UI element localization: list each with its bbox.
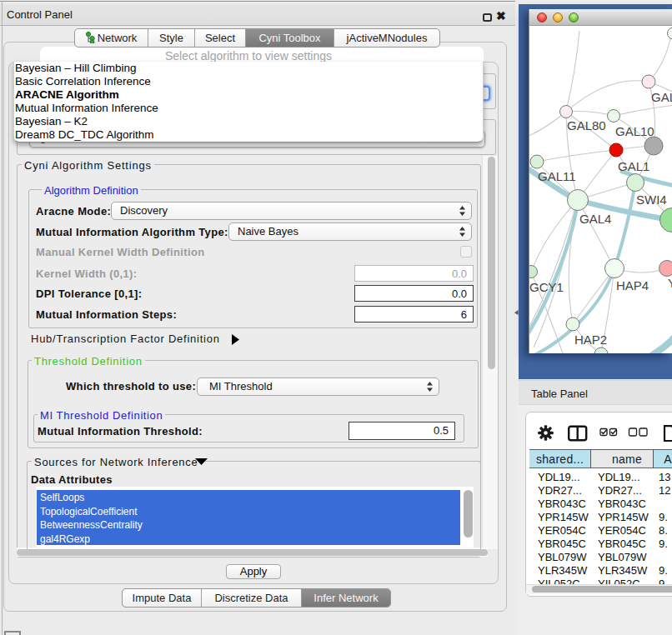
svg-text:SWI4: SWI4 bbox=[636, 192, 667, 207]
svg-text:GAL11: GAL11 bbox=[538, 169, 576, 183]
svg-text:GAL4: GAL4 bbox=[579, 212, 611, 226]
svg-text:HAP4: HAP4 bbox=[616, 278, 649, 292]
svg-text:GAL10: GAL10 bbox=[615, 124, 654, 138]
svg-text:GAL7: GAL7 bbox=[651, 90, 672, 104]
svg-text:GAL80: GAL80 bbox=[567, 118, 606, 132]
svg-text:HAP2: HAP2 bbox=[574, 332, 607, 347]
svg-text:Y: Y bbox=[668, 276, 672, 290]
svg-text:GCY1: GCY1 bbox=[529, 280, 564, 294]
svg-text:GAL1: GAL1 bbox=[618, 159, 649, 173]
